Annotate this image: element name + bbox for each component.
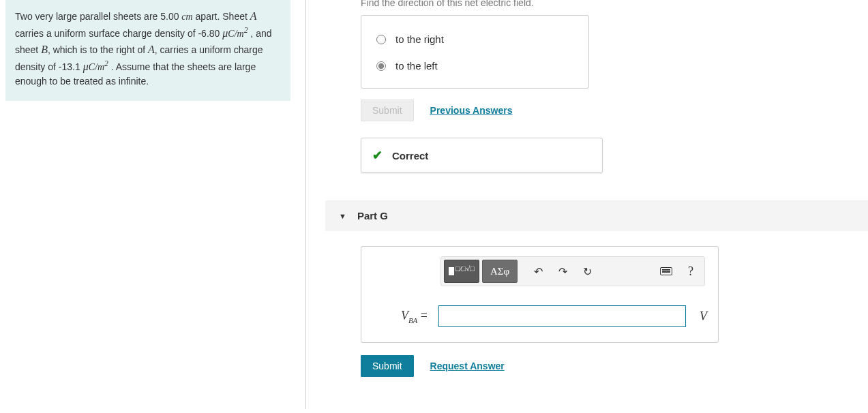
feedback-correct-box: ✔ Correct <box>361 138 603 173</box>
submit-button-disabled: Submit <box>361 100 414 121</box>
help-button[interactable]: ? <box>680 261 702 281</box>
rect-icon <box>449 267 454 275</box>
keyboard-button[interactable] <box>655 261 677 281</box>
question-instruction: Find the direction of this net electric … <box>361 0 868 8</box>
part-g-label: Part G <box>357 210 388 221</box>
var-sub: BA <box>408 316 417 324</box>
keyboard-icon <box>660 267 672 275</box>
redo-button[interactable]: ↷ <box>552 261 573 281</box>
templates-button[interactable]: □⁄□√□ <box>444 260 479 283</box>
radio-option-right[interactable]: to the right <box>376 28 573 55</box>
radio-left-input[interactable] <box>376 61 386 71</box>
problem-text: carries a uniform surface charge density… <box>15 28 222 39</box>
unit-muc: C/m <box>228 29 243 39</box>
unit-cm: cm <box>181 12 192 22</box>
request-answer-link[interactable]: Request Answer <box>430 361 505 371</box>
answer-input[interactable] <box>438 305 686 327</box>
radio-right-input[interactable] <box>376 35 386 44</box>
greek-button[interactable]: ΑΣφ <box>482 260 518 283</box>
problem-statement: Two very large parallel sheets are 5.00 … <box>5 0 290 101</box>
equation-row: VBA = V <box>372 305 707 327</box>
answer-input-box: □⁄□√□ ΑΣφ ↶ ↷ ↻ ? VBA = V <box>361 246 719 343</box>
answer-panel: Find the direction of this net electric … <box>325 0 868 377</box>
var-A: A <box>148 44 155 55</box>
submit-row-prev: Submit Previous Answers <box>361 100 868 121</box>
problem-text: Two very large parallel sheets are 5.00 <box>15 11 181 22</box>
equals-sign: = <box>417 309 428 322</box>
var-V: V <box>401 309 408 322</box>
mu: μ <box>83 60 89 72</box>
radio-right-label: to the right <box>395 33 444 45</box>
submit-button[interactable]: Submit <box>361 355 414 377</box>
undo-button[interactable]: ↶ <box>527 261 549 281</box>
radio-options-box: to the right to the left <box>361 15 589 89</box>
reset-button[interactable]: ↻ <box>576 261 598 281</box>
unit-label: V <box>700 309 707 324</box>
root-icon: □⁄□√□ <box>455 264 475 273</box>
correct-label: Correct <box>392 150 428 162</box>
part-g-header[interactable]: ▼ Part G <box>325 200 868 231</box>
vertical-divider <box>305 0 306 409</box>
unit-muc: C/m <box>89 61 104 72</box>
radio-left-label: to the left <box>395 60 438 72</box>
variable-label: VBA = <box>372 309 432 324</box>
previous-answers-link[interactable]: Previous Answers <box>430 105 513 116</box>
radio-option-left[interactable]: to the left <box>376 55 573 81</box>
problem-text: , which is to the right of <box>48 44 148 55</box>
equation-toolbar: □⁄□√□ ΑΣφ ↶ ↷ ↻ ? <box>440 256 705 286</box>
collapse-icon[interactable]: ▼ <box>339 212 346 220</box>
var-A: A <box>250 10 257 22</box>
checkmark-icon: ✔ <box>372 148 383 163</box>
submit-row-g: Submit Request Answer <box>361 355 868 377</box>
problem-text: apart. Sheet <box>193 11 250 22</box>
var-B: B <box>41 44 48 55</box>
